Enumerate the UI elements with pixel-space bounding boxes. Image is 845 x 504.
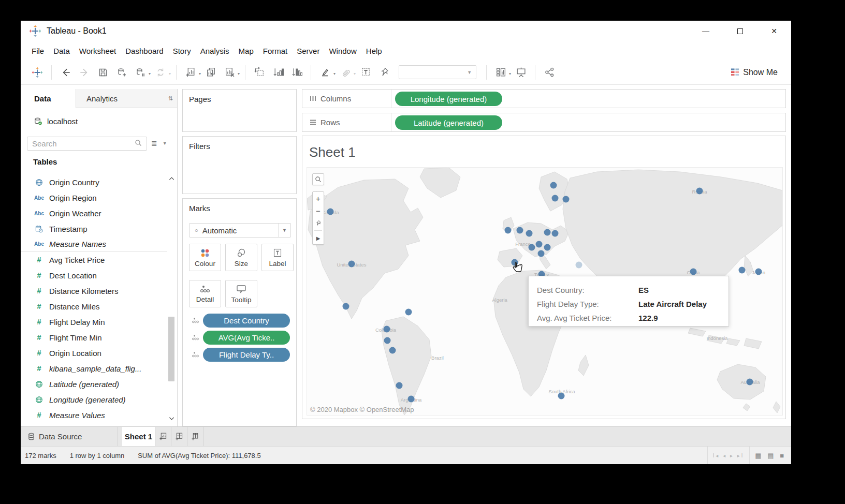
sort-descending-icon[interactable] <box>289 64 304 81</box>
sort-fields-icon[interactable]: ⇅ <box>168 95 173 102</box>
sidebar-scrollbar[interactable] <box>167 174 176 423</box>
menu-item-format[interactable]: Format <box>258 41 293 60</box>
data-source-tab[interactable]: Data Source <box>21 427 118 446</box>
map-mark[interactable] <box>396 382 403 389</box>
map-mark[interactable] <box>739 267 746 274</box>
map-mark[interactable] <box>389 347 396 354</box>
map-mark[interactable] <box>384 337 391 344</box>
presentation-mode-icon[interactable] <box>513 64 529 81</box>
pages-card[interactable]: Pages <box>182 89 297 132</box>
mark-type-caret-icon[interactable]: ▼ <box>278 224 290 237</box>
tableau-home-icon[interactable] <box>30 64 45 81</box>
cards-caret-icon[interactable]: ▾ <box>509 71 511 76</box>
run-auto-updates-icon[interactable] <box>153 64 168 81</box>
new-worksheet-icon[interactable] <box>183 64 198 81</box>
map-search-button[interactable] <box>312 173 324 185</box>
new-worksheet-tab-button[interactable] <box>155 427 171 446</box>
new-dashboard-tab-button[interactable] <box>171 427 187 446</box>
tab-data[interactable]: Data <box>21 89 76 108</box>
field-origin-country[interactable]: Origin Country <box>21 174 167 190</box>
minimize-button[interactable]: — <box>689 21 723 41</box>
map-mark[interactable] <box>405 309 412 316</box>
highlight-caret-icon[interactable]: ▾ <box>333 71 336 76</box>
rows-shelf[interactable]: Rows Latitude (generated) <box>302 113 786 132</box>
map-mark[interactable] <box>755 269 762 275</box>
sheet-nav-icons[interactable]: ǀ◂ ◂ ▸ ▸ǀ <box>713 453 745 458</box>
field-flight-time-min[interactable]: #Flight Time Min <box>21 330 167 345</box>
size-button[interactable]: Size <box>225 244 257 271</box>
map-pin-button[interactable] <box>313 217 324 229</box>
share-icon[interactable] <box>542 64 557 81</box>
menu-item-window[interactable]: Window <box>324 41 361 60</box>
highlight-icon[interactable] <box>317 64 333 81</box>
map-mark[interactable] <box>576 262 582 269</box>
menu-item-file[interactable]: File <box>27 41 49 60</box>
map-mark[interactable] <box>552 230 559 237</box>
close-button[interactable]: ✕ <box>757 21 791 41</box>
field-distance-kilometers[interactable]: #Distance Kilometers <box>21 283 167 299</box>
tab-analytics[interactable]: Analytics ⇅ <box>76 89 177 108</box>
map-mark[interactable] <box>505 227 512 234</box>
zoom-out-button[interactable]: − <box>313 204 324 217</box>
field-origin-weather[interactable]: AbcOrigin Weather <box>21 205 167 221</box>
maximize-button[interactable] <box>723 21 757 41</box>
map-mark[interactable] <box>327 209 334 215</box>
pause-updates-caret-icon[interactable]: ▾ <box>149 71 151 76</box>
field-kibana-sample-data-flig[interactable]: #kibana_sample_data_flig... <box>21 361 167 376</box>
data-source-connection[interactable]: localhost <box>21 113 78 129</box>
map-mark[interactable] <box>544 244 551 251</box>
fit-selector[interactable]: ▼ <box>399 65 476 79</box>
map-mark[interactable] <box>343 303 349 310</box>
menu-item-worksheet[interactable]: Worksheet <box>75 41 121 60</box>
field-distance-miles[interactable]: #Distance Miles <box>21 299 167 314</box>
redo-icon[interactable] <box>77 64 92 81</box>
colour-button[interactable]: Colour <box>189 244 221 271</box>
save-icon[interactable] <box>95 64 111 81</box>
duplicate-sheet-icon[interactable] <box>203 64 218 81</box>
map-mark[interactable] <box>384 326 390 333</box>
pause-auto-updates-icon[interactable] <box>133 64 148 81</box>
view-toggle-icons[interactable]: ▦ ▤ ■ <box>755 452 786 459</box>
label-button[interactable]: Label <box>261 244 294 271</box>
menu-item-data[interactable]: Data <box>49 41 75 60</box>
clear-sheet-icon[interactable] <box>222 64 237 81</box>
zoom-in-button[interactable]: + <box>313 192 324 204</box>
map-mark[interactable] <box>348 261 355 268</box>
new-story-tab-button[interactable] <box>187 427 203 446</box>
map-mark[interactable] <box>690 269 697 275</box>
menu-item-map[interactable]: Map <box>234 41 258 60</box>
show-me-button[interactable]: Show Me <box>731 68 778 77</box>
map-mark[interactable] <box>529 244 535 251</box>
menu-item-server[interactable]: Server <box>292 41 324 60</box>
map-mark[interactable] <box>538 250 545 257</box>
field-longitude-generated[interactable]: Longitude (generated) <box>21 392 167 407</box>
map-mark[interactable] <box>544 229 551 236</box>
detail-button[interactable]: Detail <box>189 280 221 307</box>
map-mark[interactable] <box>536 241 543 248</box>
scroll-up-icon[interactable] <box>167 174 176 183</box>
scroll-down-icon[interactable] <box>167 414 176 423</box>
menu-item-analysis[interactable]: Analysis <box>196 41 234 60</box>
map-tools-expand-button[interactable]: ▶ <box>313 232 324 244</box>
marks-pill-flight-delay-ty[interactable]: Flight Delay Ty.. <box>203 348 290 362</box>
sheet-tab-active[interactable]: Sheet 1 <box>122 427 155 446</box>
field-measure-values[interactable]: #Measure Values <box>21 407 167 423</box>
map-mark[interactable] <box>526 230 533 237</box>
tooltip-button[interactable]: Tooltip <box>225 280 257 307</box>
marks-pill-avg-avg-ticke[interactable]: AVG(Avg Ticke.. <box>203 331 290 345</box>
mark-type-dropdown[interactable]: ○ Automatic ▼ <box>189 223 291 238</box>
field-options-caret-icon[interactable]: ▼ <box>163 141 167 146</box>
fix-axes-pin-icon[interactable] <box>376 64 392 81</box>
map-mark[interactable] <box>558 393 565 399</box>
map-mark[interactable] <box>550 182 557 189</box>
menu-item-story[interactable]: Story <box>168 41 196 60</box>
show-mark-labels-icon[interactable] <box>358 64 373 81</box>
new-data-source-icon[interactable] <box>114 64 129 81</box>
filters-card[interactable]: Filters <box>182 136 297 194</box>
field-dest-location[interactable]: #Dest Location <box>21 268 167 283</box>
map-mark[interactable] <box>696 188 703 195</box>
marks-pill-dest-country[interactable]: Dest Country <box>203 314 290 328</box>
field-origin-location[interactable]: #Origin Location <box>21 345 167 361</box>
menu-item-help[interactable]: Help <box>361 41 387 60</box>
map-mark[interactable] <box>517 227 523 234</box>
